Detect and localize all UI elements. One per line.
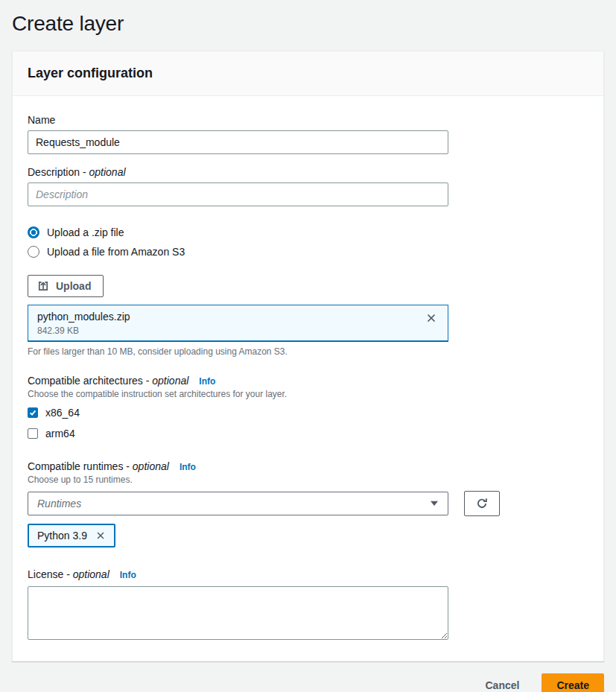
footer-actions: Cancel Create xyxy=(12,673,604,692)
license-optional-text: optional xyxy=(73,568,109,580)
license-textarea[interactable] xyxy=(28,586,448,640)
name-input[interactable] xyxy=(28,130,448,154)
license-label: License - optional xyxy=(28,568,109,580)
page-title: Create layer xyxy=(12,12,604,36)
architectures-header: Compatible architectures - optional Info xyxy=(28,375,588,387)
name-label: Name xyxy=(28,114,588,126)
runtimes-header: Compatible runtimes - optional Info xyxy=(28,460,588,472)
radio-selected-icon xyxy=(28,226,39,238)
runtimes-info-link[interactable]: Info xyxy=(180,462,196,472)
radio-upload-s3-label: Upload a file from Amazon S3 xyxy=(47,246,185,258)
close-icon xyxy=(425,312,437,324)
description-input[interactable] xyxy=(28,182,448,206)
uploaded-file-info: python_modules.zip 842.39 KB xyxy=(37,311,130,336)
architectures-optional-text: optional xyxy=(152,375,188,387)
panel-header: Layer configuration xyxy=(13,51,603,96)
upload-icon xyxy=(37,280,49,292)
panel-body: Name Description - optional Upload a .zi… xyxy=(13,96,603,661)
architectures-label-text: Compatible architectures - xyxy=(28,375,149,387)
uploaded-file-name: python_modules.zip xyxy=(37,311,130,323)
cancel-button[interactable]: Cancel xyxy=(485,679,519,691)
upload-hint: For files larger than 10 MB, consider up… xyxy=(28,346,588,357)
runtimes-label-text: Compatible runtimes - xyxy=(28,460,130,472)
refresh-icon xyxy=(475,497,489,510)
remove-file-button[interactable] xyxy=(424,311,439,326)
runtime-token-label: Python 3.9 xyxy=(37,530,87,542)
upload-button[interactable]: Upload xyxy=(28,275,104,297)
checkbox-arm64[interactable]: arm64 xyxy=(28,426,588,441)
radio-upload-s3[interactable]: Upload a file from Amazon S3 xyxy=(28,242,588,261)
license-label-text: License - xyxy=(28,568,70,580)
uploaded-file-size: 842.39 KB xyxy=(37,326,130,336)
runtime-token-python39: Python 3.9 xyxy=(28,524,115,547)
radio-unselected-icon xyxy=(28,246,39,258)
radio-upload-zip[interactable]: Upload a .zip file xyxy=(28,223,588,242)
checkbox-x86-64[interactable]: x86_64 xyxy=(28,405,588,420)
runtimes-select-placeholder: Runtimes xyxy=(37,498,81,510)
create-button[interactable]: Create xyxy=(542,673,604,692)
uploaded-file-token: python_modules.zip 842.39 KB xyxy=(28,305,448,342)
runtimes-hint: Choose up to 15 runtimes. xyxy=(28,474,588,485)
checkbox-x86-64-label: x86_64 xyxy=(45,407,80,419)
architectures-info-link[interactable]: Info xyxy=(199,376,215,387)
checkbox-checked-icon xyxy=(28,407,38,418)
license-info-link[interactable]: Info xyxy=(120,570,136,580)
remove-runtime-button[interactable] xyxy=(94,529,107,542)
runtimes-select-row: Runtimes xyxy=(28,491,588,516)
checkbox-arm64-label: arm64 xyxy=(45,428,75,439)
runtimes-label: Compatible runtimes - optional xyxy=(28,460,169,472)
chevron-down-icon xyxy=(430,501,439,507)
runtimes-select[interactable]: Runtimes xyxy=(28,492,448,515)
runtimes-optional-text: optional xyxy=(133,460,169,472)
description-label-text: Description - xyxy=(28,166,86,178)
panel-heading: Layer configuration xyxy=(28,66,588,81)
close-icon xyxy=(95,530,106,541)
create-layer-page: Create layer Layer configuration Name De… xyxy=(0,0,616,692)
radio-upload-zip-label: Upload a .zip file xyxy=(47,226,124,238)
description-label: Description - optional xyxy=(28,166,588,178)
description-optional-text: optional xyxy=(89,166,125,178)
architectures-label: Compatible architectures - optional xyxy=(28,375,188,387)
layer-configuration-panel: Layer configuration Name Description - o… xyxy=(12,51,604,661)
license-header: License - optional Info xyxy=(28,568,588,580)
architectures-hint: Choose the compatible instruction set ar… xyxy=(28,389,588,399)
refresh-runtimes-button[interactable] xyxy=(464,491,500,516)
checkbox-unchecked-icon xyxy=(28,428,38,439)
upload-source-radio-group: Upload a .zip file Upload a file from Am… xyxy=(28,223,588,261)
upload-button-label: Upload xyxy=(56,280,91,292)
